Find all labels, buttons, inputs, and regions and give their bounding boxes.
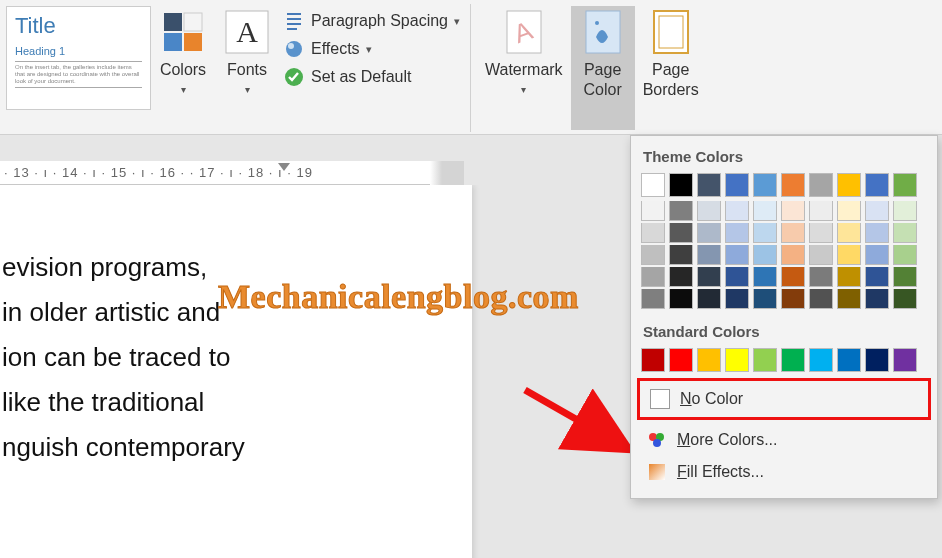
color-swatch[interactable] — [697, 201, 721, 221]
color-swatch[interactable] — [753, 173, 777, 197]
tab-marker-icon[interactable] — [278, 163, 290, 171]
color-swatch[interactable] — [837, 223, 861, 243]
set-default-button[interactable]: Set as Default — [283, 66, 460, 88]
color-swatch[interactable] — [893, 173, 917, 197]
color-swatch[interactable] — [697, 289, 721, 309]
color-swatch[interactable] — [837, 245, 861, 265]
color-swatch[interactable] — [725, 245, 749, 265]
color-swatch[interactable] — [809, 223, 833, 243]
color-swatch[interactable] — [781, 267, 805, 287]
color-swatch[interactable] — [893, 267, 917, 287]
color-swatch[interactable] — [669, 201, 693, 221]
color-swatch[interactable] — [893, 289, 917, 309]
doc-formatting-col: Paragraph Spacing ▾ Effects ▾ Set as Def… — [279, 6, 464, 92]
color-swatch[interactable] — [697, 173, 721, 197]
more-colors-item[interactable]: More Colors... — [641, 424, 927, 456]
color-swatch[interactable] — [809, 348, 833, 372]
color-swatch[interactable] — [753, 245, 777, 265]
color-swatch[interactable] — [697, 267, 721, 287]
color-swatch[interactable] — [809, 289, 833, 309]
color-swatch[interactable] — [837, 173, 861, 197]
color-swatch[interactable] — [781, 289, 805, 309]
more-colors-label: ore Colors... — [690, 431, 777, 448]
color-swatch[interactable] — [725, 201, 749, 221]
color-swatch[interactable] — [893, 223, 917, 243]
standard-colors-title: Standard Colors — [643, 323, 927, 340]
color-swatch[interactable] — [753, 289, 777, 309]
color-swatch[interactable] — [669, 223, 693, 243]
color-swatch[interactable] — [697, 223, 721, 243]
color-swatch[interactable] — [725, 173, 749, 197]
color-swatch[interactable] — [781, 223, 805, 243]
doc-line: ion can be traced to — [2, 335, 462, 380]
color-swatch[interactable] — [697, 245, 721, 265]
ruler[interactable]: · 13 · ı · 14 · ı · 15 · ı · 16 · · 17 ·… — [0, 161, 464, 185]
watermark-label: Watermark — [485, 60, 563, 80]
color-swatch[interactable] — [725, 223, 749, 243]
color-swatch[interactable] — [865, 348, 889, 372]
color-swatch[interactable] — [865, 201, 889, 221]
color-swatch[interactable] — [697, 348, 721, 372]
color-swatch[interactable] — [641, 173, 665, 197]
effects-button[interactable]: Effects ▾ — [283, 38, 460, 60]
color-swatch[interactable] — [669, 289, 693, 309]
color-swatch[interactable] — [669, 173, 693, 197]
page-color-label: Page Color — [584, 60, 622, 100]
color-swatch[interactable] — [669, 348, 693, 372]
color-swatch[interactable] — [753, 201, 777, 221]
watermark-button[interactable]: A Watermark ▾ — [477, 6, 571, 130]
color-swatch[interactable] — [641, 267, 665, 287]
more-colors-icon — [647, 430, 667, 450]
fill-effects-item[interactable]: Fill Effects... — [641, 456, 927, 488]
colors-icon — [159, 8, 207, 56]
fonts-button[interactable]: A Fonts ▾ — [215, 6, 279, 130]
color-swatch[interactable] — [865, 267, 889, 287]
color-swatch[interactable] — [641, 223, 665, 243]
color-swatch[interactable] — [865, 245, 889, 265]
doc-line: evision programs, — [2, 245, 462, 290]
color-swatch[interactable] — [725, 267, 749, 287]
color-swatch[interactable] — [893, 245, 917, 265]
color-swatch[interactable] — [641, 245, 665, 265]
color-swatch[interactable] — [809, 201, 833, 221]
color-swatch[interactable] — [669, 267, 693, 287]
svg-text:A: A — [236, 15, 258, 48]
color-swatch[interactable] — [753, 348, 777, 372]
color-swatch[interactable] — [781, 201, 805, 221]
page[interactable]: evision programs, in older artistic and … — [0, 185, 472, 558]
color-swatch[interactable] — [781, 245, 805, 265]
theme-preview[interactable]: Title Heading 1 On the insert tab, the g… — [6, 6, 151, 110]
color-swatch[interactable] — [893, 348, 917, 372]
color-swatch[interactable] — [837, 201, 861, 221]
color-swatch[interactable] — [753, 223, 777, 243]
color-swatch[interactable] — [781, 173, 805, 197]
color-swatch[interactable] — [725, 289, 749, 309]
no-color-item[interactable]: No Color — [644, 383, 924, 415]
color-swatch[interactable] — [893, 201, 917, 221]
color-swatch[interactable] — [781, 348, 805, 372]
color-swatch[interactable] — [641, 201, 665, 221]
color-swatch[interactable] — [865, 173, 889, 197]
color-swatch[interactable] — [641, 348, 665, 372]
color-swatch[interactable] — [809, 245, 833, 265]
color-swatch[interactable] — [837, 289, 861, 309]
color-swatch[interactable] — [725, 348, 749, 372]
color-swatch[interactable] — [837, 348, 861, 372]
color-swatch[interactable] — [753, 267, 777, 287]
color-swatch[interactable] — [837, 267, 861, 287]
color-swatch[interactable] — [865, 223, 889, 243]
color-swatch[interactable] — [809, 173, 833, 197]
watermark-icon: A — [500, 8, 548, 56]
paragraph-spacing-icon — [283, 10, 305, 32]
page-borders-button[interactable]: Page Borders — [635, 6, 707, 130]
page-color-button[interactable]: Page Color — [571, 6, 635, 130]
color-swatch[interactable] — [669, 245, 693, 265]
color-swatch[interactable] — [865, 289, 889, 309]
color-swatch[interactable] — [809, 267, 833, 287]
paragraph-spacing-button[interactable]: Paragraph Spacing ▾ — [283, 10, 460, 32]
colors-button[interactable]: Colors ▾ — [151, 6, 215, 130]
svg-point-7 — [288, 43, 294, 49]
color-swatch[interactable] — [641, 289, 665, 309]
no-color-highlight: No Color — [637, 378, 931, 420]
check-icon — [283, 66, 305, 88]
